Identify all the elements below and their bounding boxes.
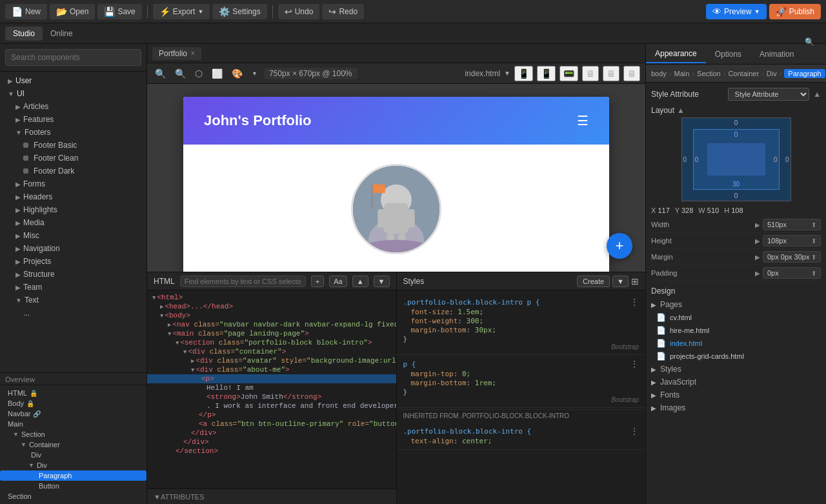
element-section2[interactable]: Section	[0, 491, 146, 501]
sidebar-item-forms[interactable]: ▶ Forms	[0, 177, 146, 190]
html-up-button[interactable]: ▲	[352, 276, 368, 287]
page-projects[interactable]: 📄 projects-grid-cards.html	[651, 350, 821, 363]
sidebar-item-ui[interactable]: ▼ UI	[0, 87, 146, 100]
element-body[interactable]: Body 🔒	[0, 398, 146, 408]
html-aa-button[interactable]: Aa	[329, 276, 347, 287]
html-node-container[interactable]: ▼<div class="container">	[147, 347, 396, 356]
html-node-p-close[interactable]: </p>	[147, 410, 396, 419]
zoom-out-button[interactable]: 🔍	[172, 67, 188, 80]
bc-paragraph[interactable]: Paragraph	[784, 69, 825, 78]
export-button[interactable]: ⚡ Export ▼	[153, 4, 210, 19]
tablet-landscape-button[interactable]: 📟	[559, 66, 578, 81]
width-expand-icon[interactable]: ▶	[755, 221, 760, 228]
collapse-icon[interactable]: ▲	[813, 90, 821, 99]
html-node-a[interactable]: <a class="btn btn-outline-primary" role=…	[147, 419, 396, 428]
height-value[interactable]: 108px ⬆	[763, 235, 821, 247]
design-javascript[interactable]: ▶ JavaScript	[651, 376, 821, 388]
canvas-tab-portfolio[interactable]: Portfolio ×	[152, 47, 201, 60]
element-button[interactable]: Button	[0, 481, 146, 491]
element-paragraph[interactable]: Paragraph	[0, 470, 146, 481]
zoom-in-button[interactable]: 🔍	[152, 67, 168, 80]
html-node-avatar-div[interactable]: ▶<div class="avatar" style="background-i…	[147, 356, 396, 365]
frame-tool-button[interactable]: ⬜	[209, 67, 225, 80]
html-node-main[interactable]: ▼<main class="page lanidng-page">	[147, 329, 396, 338]
html-node-div-close2[interactable]: </div>	[147, 438, 396, 447]
margin-expand-icon[interactable]: ▶	[755, 254, 760, 261]
html-node-p-selected[interactable]: <p>	[147, 374, 396, 383]
sidebar-item-text[interactable]: ▼ Text	[0, 294, 146, 307]
sidebar-item-features[interactable]: ▶ Features	[0, 113, 146, 126]
sidebar-item-user[interactable]: ▶ User	[0, 74, 146, 87]
sidebar-item-headers[interactable]: ▶ Headers	[0, 190, 146, 203]
canvas-area[interactable]: John's Portfolio ☰	[147, 84, 645, 272]
html-down-button[interactable]: ▼	[374, 276, 390, 287]
layout-collapse-icon[interactable]: ▲	[677, 106, 685, 115]
bc-section[interactable]: Section	[697, 70, 721, 77]
sidebar-item-text-sub[interactable]: ...	[0, 307, 146, 319]
filter-icon[interactable]: ⊞	[631, 276, 639, 287]
more-options-icon-3[interactable]: ⋮	[630, 426, 639, 436]
save-button[interactable]: 💾 Save	[97, 4, 141, 19]
html-node-nav[interactable]: ▶<nav class="navbar navbar-dark navbar-e…	[147, 320, 396, 329]
new-button[interactable]: 📄 New	[5, 4, 47, 19]
sidebar-item-footer-clean[interactable]: Footer Clean	[0, 152, 146, 165]
desktop-lg-button[interactable]: 🖥	[623, 66, 640, 81]
element-div1[interactable]: Div	[0, 450, 146, 460]
sidebar-item-navigation[interactable]: ▶ Navigation	[0, 242, 146, 255]
tab-online[interactable]: Online	[43, 26, 81, 41]
page-cv[interactable]: 📄 cv.html	[651, 311, 821, 324]
desktop-sm-button[interactable]: 🖥	[582, 66, 599, 81]
mobile-view-button[interactable]: 📱	[514, 66, 533, 81]
create-style-button[interactable]: Create	[577, 276, 610, 287]
element-html[interactable]: HTML 🔒	[0, 388, 146, 398]
page-index[interactable]: 📄 index.html	[651, 337, 821, 350]
page-hire-me[interactable]: 📄 hire-me.html	[651, 324, 821, 337]
bc-container[interactable]: Container	[728, 70, 759, 77]
element-navbar[interactable]: Navbar 🔗	[0, 408, 146, 419]
file-chevron-icon[interactable]: ▼	[504, 70, 510, 77]
sidebar-item-footers[interactable]: ▼ Footers	[0, 126, 146, 139]
html-node-section-close[interactable]: </section>	[147, 447, 396, 456]
element-div2[interactable]: ▼ Div	[0, 460, 146, 470]
html-node-text2[interactable]: . I work as interface and front end deve…	[147, 401, 396, 410]
html-node-about-me[interactable]: ▼<div class="about-me">	[147, 365, 396, 374]
redo-button[interactable]: ↪ Redo	[322, 4, 364, 19]
sidebar-item-footer-basic[interactable]: Footer Basic	[0, 139, 146, 152]
html-node-div-close1[interactable]: </div>	[147, 428, 396, 438]
padding-value[interactable]: 0px ⬆	[763, 267, 821, 279]
padding-stepper-icon[interactable]: ⬆	[811, 270, 816, 277]
width-stepper-icon[interactable]: ⬆	[811, 221, 816, 228]
more-options-icon-2[interactable]: ⋮	[630, 359, 639, 369]
add-element-fab[interactable]: +	[607, 233, 632, 259]
element-main[interactable]: Main	[0, 419, 146, 429]
sidebar-item-media[interactable]: ▶ Media	[0, 216, 146, 229]
preview-button[interactable]: 👁 Preview ▼	[706, 4, 767, 19]
design-fonts[interactable]: ▶ Fonts	[651, 388, 821, 401]
html-node-strong[interactable]: <strong>John Smith</strong>	[147, 392, 396, 401]
tab-studio[interactable]: Studio	[5, 26, 43, 41]
color-tool-button[interactable]: 🎨	[229, 67, 245, 80]
bc-body[interactable]: body	[651, 70, 667, 77]
settings-button[interactable]: ⚙️ Settings	[212, 4, 267, 19]
html-add-button[interactable]: +	[311, 276, 324, 287]
more-options-icon[interactable]: ⋮	[630, 297, 639, 307]
tab-animation[interactable]: Animation	[750, 46, 803, 63]
tab-appearance[interactable]: Appearance	[646, 45, 706, 63]
undo-button[interactable]: ↩ Undo	[278, 4, 320, 19]
add-element-button[interactable]: ▼	[249, 69, 260, 78]
tab-options[interactable]: Options	[706, 46, 750, 63]
sidebar-item-footer-dark[interactable]: Footer Dark	[0, 165, 146, 177]
margin-stepper-icon[interactable]: ⬆	[811, 254, 816, 261]
bc-div[interactable]: Div	[767, 70, 777, 77]
html-node-text1[interactable]: Hello! I am	[147, 383, 396, 392]
sidebar-item-articles[interactable]: ▶ Articles	[0, 100, 146, 113]
element-container[interactable]: ▼ Container	[0, 439, 146, 450]
sidebar-item-misc[interactable]: ▶ Misc	[0, 229, 146, 242]
style-dropdown-button[interactable]: ▼	[612, 276, 629, 287]
width-value[interactable]: 510px ⬆	[763, 219, 821, 230]
design-styles[interactable]: ▶ Styles	[651, 363, 821, 376]
select-tool-button[interactable]: ⬡	[192, 67, 205, 80]
search-input[interactable]	[5, 49, 141, 66]
margin-value[interactable]: 0px 0px 30px ⬆	[763, 251, 821, 263]
html-node-section[interactable]: ▼<section class="portfolio-block block-i…	[147, 338, 396, 347]
